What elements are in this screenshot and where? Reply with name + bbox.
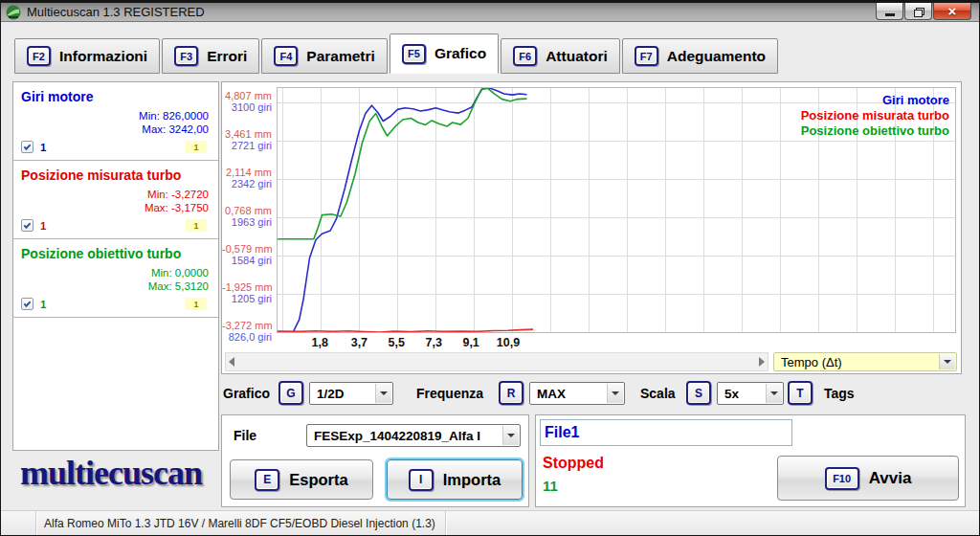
tab-label: Parametri [306,48,375,65]
tab-label: Grafico [434,45,486,62]
tab-label: Errori [207,48,247,65]
signal-row: 1 1 [21,219,211,234]
import-key-keycap: I [409,469,434,491]
y-axis-label: -1,925 mm1205 giri [222,281,272,304]
tab-label: Adeguamento [667,48,766,65]
signal-checkbox[interactable] [21,141,33,153]
app-logo: multiecuscan [20,453,202,493]
y-axis-label: 2,114 mm2342 giri [222,167,272,190]
app-window: Multiecuscan 1.3 REGISTERED F2 Informazi… [0,0,980,536]
window-title: Multiecuscan 1.3 REGISTERED [27,5,205,19]
checkmark-icon [24,143,32,150]
signal-sidebar: Giri motore Min: 826,0000 Max: 3242,00 1… [12,81,219,451]
signal-channel-label: 1 [40,220,46,232]
scale-value: 5x [724,387,739,401]
tab-errori[interactable]: F3 Errori [162,38,259,74]
app-icon [6,5,21,20]
tab-informazioni[interactable]: F2 Informazioni [14,38,160,74]
restore-button[interactable] [904,3,932,20]
signal-channel-label: 1 [40,299,46,310]
legend-item: Giri motore [801,93,949,108]
y-axis-label: 3,461 mm2721 giri [222,128,272,151]
chart-plot-area[interactable]: Giri motorePosizione misurata turboPosiz… [277,87,956,333]
signal-card: Giri motore Min: 826,0000 Max: 3242,00 1… [13,82,218,161]
y-axis-label: 4,807 mm3100 giri [222,90,272,113]
signal-card: Posizione misurata turbo Min: -3,2720 Ma… [13,161,218,239]
status-text: Stopped [543,455,604,472]
start-key-keycap: F10 [825,467,859,490]
file-select-value: FESExp_1404220819_Alfa I [314,429,480,443]
status-bar: Alfa Romeo MiTo 1.3 JTD 16V / Marelli 8D… [1,510,979,535]
graph-type-value: 1/2D [317,387,345,401]
start-button[interactable]: F10 Avvia [777,456,959,501]
tab-grafico[interactable]: F5 Grafico [390,34,499,74]
signal-min: Min: 0,0000 [21,266,209,279]
graph-key-keycap[interactable]: G [278,381,303,405]
x-axis-tick: 7,3 [426,336,442,349]
export-button[interactable]: E Esporta [230,459,373,500]
frequency-key-keycap[interactable]: R [499,381,523,405]
signal-checkbox[interactable] [21,298,33,310]
x-axis-tick: 1,8 [312,336,328,349]
file-label: File [234,428,256,443]
scale-key-keycap[interactable]: S [686,381,711,405]
y-axis-label: -0,579 mm1584 giri [222,243,272,266]
file-select[interactable]: FESExp_1404220819_Alfa I [306,424,521,447]
tags-label: Tags [824,386,855,401]
status-section-empty [1,511,36,535]
status-section-spacer [446,511,979,535]
signal-card: Posizione obiettivo turbo Min: 0,0000 Ma… [13,239,218,318]
signal-channel-label: 1 [40,142,46,153]
series-posizione-misurata-turbo [278,329,533,332]
combo-arrow-icon [766,384,782,403]
combo-arrow-icon [939,354,955,369]
tab-parametri[interactable]: F4 Parametri [261,38,388,74]
series-giri-motore [278,88,527,332]
signal-checkbox[interactable] [21,219,33,232]
minimize-button[interactable] [876,3,903,20]
legend-item: Posizione misurata turbo [801,108,949,123]
tab-attuatori[interactable]: F6 Attuatori [501,38,620,74]
signal-name: Giri motore [21,89,211,104]
chart-h-scrollbar[interactable] [225,352,768,371]
signal-row: 1 1 [21,141,211,156]
x-axis-tick: 10,9 [497,336,520,349]
import-button[interactable]: I Importa [387,459,523,500]
signal-badge: 1 [186,219,207,232]
frequency-select[interactable]: MAX [529,382,625,405]
client-area: Giri motore Min: 826,0000 Max: 3242,00 1… [1,74,979,510]
tab-fkey-keycap: F7 [635,46,658,66]
signal-name: Posizione misurata turbo [21,168,211,183]
tab-label: Informazioni [59,48,147,65]
import-button-label: Importa [443,471,501,489]
tab-adeguamento[interactable]: F7 Adeguamento [622,38,778,74]
tab-fkey-keycap: F5 [402,44,426,64]
close-button[interactable] [933,3,971,20]
tab-fkey-keycap: F4 [274,46,298,66]
chart-legend: Giri motorePosizione misurata turboPosiz… [801,93,949,139]
signal-name: Posizione obiettivo turbo [21,246,211,261]
titlebar[interactable]: Multiecuscan 1.3 REGISTERED [1,1,979,22]
scale-label: Scala [640,386,676,401]
frequency-label: Frequenza [416,386,483,401]
combo-arrow-icon [502,426,519,445]
x-axis-select[interactable]: Tempo (Δt) [773,352,957,371]
signal-minmax: Min: 826,0000 Max: 3242,00 [21,109,211,136]
window-buttons [876,3,971,20]
signal-badge: 1 [186,141,207,153]
scale-select[interactable]: 5x [717,382,784,405]
graph-type-select[interactable]: 1/2D [309,382,393,405]
status-vehicle: Alfa Romeo MiTo 1.3 JTD 16V / Marelli 8D… [36,511,446,535]
frequency-value: MAX [537,387,566,401]
signal-min: Min: -3,2720 [21,188,209,201]
tags-key-keycap[interactable]: T [788,381,813,405]
start-button-label: Avvia [869,469,912,488]
signal-min: Min: 826,0000 [21,109,209,123]
tab-bar: F2 Informazioni F3 Errori F4 Parametri F… [1,22,979,74]
record-name-input[interactable] [540,419,792,446]
chart-controls: Grafico G 1/2D Frequenza R MAX Scala S 5… [221,380,968,407]
run-panel: Stopped 11 F10 Avvia [535,414,966,507]
scroll-left-icon[interactable] [229,357,234,367]
scroll-right-icon[interactable] [759,357,765,367]
signal-max: Max: -3,1750 [21,201,209,214]
